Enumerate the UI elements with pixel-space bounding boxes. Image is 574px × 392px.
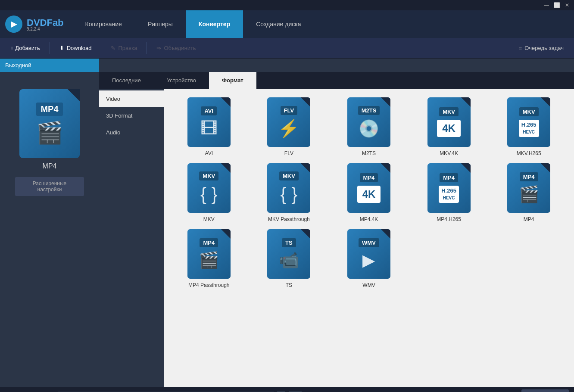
film-icon: 🎞: [200, 119, 218, 138]
output-label: Выходной: [0, 59, 99, 72]
toolbar: + Добавить ⬇ Download ✎ Правка ⇒ Объедин…: [0, 38, 574, 59]
format-card-mkv-passthrough: MKV { }: [267, 163, 310, 213]
svg-text:▶: ▶: [11, 20, 18, 28]
nav-tab-disc[interactable]: Создание диска: [243, 10, 314, 38]
format-panel: Последние Устройство Формат Video 3D For…: [99, 72, 574, 387]
format-label-mp44k: MP4.4K: [360, 216, 378, 222]
format-card-ts: TS 📹: [267, 229, 310, 279]
restore-icon[interactable]: ⬜: [553, 2, 560, 9]
format-card-mp4: MP4 🎬: [507, 163, 550, 213]
merge-button[interactable]: ⇒ Объединить: [148, 38, 204, 58]
format-card-flv: FLV ⚡: [267, 97, 310, 147]
separator-3: [147, 42, 147, 54]
bracket-icon: { }: [200, 184, 218, 205]
4k-badge-mp4: 4K: [357, 186, 381, 203]
format-label-flv: FLV: [284, 150, 293, 156]
download-button[interactable]: ⬇ Download: [51, 38, 100, 58]
tab-device[interactable]: Устройство: [154, 72, 209, 89]
format-card-mp4-passthrough: MP4 🎬: [187, 229, 231, 279]
format-label-mp4-passthrough: MP4 Passthrough: [188, 282, 229, 288]
left-panel: MP4 🎬 MP4 Расширенные настройки: [0, 72, 99, 387]
separator-1: [50, 42, 50, 54]
format-label-mkv4k: MKV.4K: [440, 150, 458, 156]
nav-tab-rippers[interactable]: Рипперы: [135, 10, 186, 38]
disc-icon: 💿: [358, 118, 380, 139]
current-format-name: MP4: [43, 162, 57, 170]
format-card-mp4h265: MP4 H.265HEVC: [427, 163, 471, 213]
minimize-icon[interactable]: —: [543, 2, 550, 9]
format-card-wmv: WMV ▶: [347, 229, 390, 279]
edit-icon: ✎: [111, 45, 115, 51]
logo-icon: ▶: [4, 15, 23, 34]
flash-icon: ⚡: [278, 118, 299, 139]
advanced-settings-button[interactable]: Расширенные настройки: [15, 177, 84, 196]
format-avi[interactable]: AVI 🎞 AVI: [172, 97, 246, 156]
format-label-mkvh265: MKV.H265: [517, 150, 541, 156]
format-mkv[interactable]: MKV { } MKV: [172, 163, 246, 222]
format-card-avi: AVI 🎞: [187, 97, 231, 147]
format-mkv-passthrough[interactable]: MKV { } MKV Passthrough: [253, 163, 326, 222]
start-button[interactable]: Пуск: [521, 389, 569, 392]
format-mp4-passthrough[interactable]: MP4 🎬 MP4 Passthrough: [172, 229, 246, 288]
format-content: Video 3D Format Audio AVI 🎞 AVI FLV: [99, 89, 574, 387]
format-card-mkv: MKV { }: [187, 163, 231, 213]
edit-button[interactable]: ✎ Правка: [102, 38, 146, 58]
play-icon: ▶: [362, 251, 375, 270]
clapperboard-icon-mp4: 🎬: [519, 185, 539, 204]
window-controls: — ⬜ ✕: [543, 2, 571, 9]
format-card-mkv4k: MKV 4K: [427, 97, 471, 147]
camera-icon: 📹: [279, 251, 299, 270]
add-button[interactable]: + Добавить: [2, 38, 49, 58]
category-audio[interactable]: Audio: [99, 124, 164, 141]
merge-icon: ⇒: [156, 45, 161, 51]
format-card-mkvh265: MKV H.265HEVC: [507, 97, 550, 147]
format-wmv[interactable]: WMV ▶ WMV: [332, 229, 406, 288]
format-label-ts: TS: [286, 282, 292, 288]
format-card-mp44k: MP4 4K: [347, 163, 390, 213]
separator-2: [101, 42, 101, 54]
current-format-tag: MP4: [36, 103, 62, 116]
format-label-m2ts: M2TS: [362, 150, 376, 156]
format-label-wmv: WMV: [362, 282, 375, 288]
format-mkvh265[interactable]: MKV H.265HEVC MKV.H265: [492, 97, 565, 156]
format-mkv4k[interactable]: MKV 4K MKV.4K: [412, 97, 486, 156]
category-list: Video 3D Format Audio: [99, 89, 164, 387]
queue-button[interactable]: ≡ Очередь задач: [510, 38, 572, 58]
tab-format[interactable]: Формат: [209, 72, 256, 89]
current-format-icon: MP4 🎬: [19, 89, 80, 158]
format-mp4[interactable]: MP4 🎬 MP4: [492, 163, 565, 222]
format-card-m2ts: M2TS 💿: [347, 97, 390, 147]
clapperboard-icon: 🎬: [36, 120, 63, 145]
download-icon: ⬇: [59, 45, 64, 51]
nav-tab-converter[interactable]: Конвертер: [186, 10, 243, 38]
format-label-mp4: MP4: [524, 216, 534, 222]
format-m2ts[interactable]: M2TS 💿 M2TS: [332, 97, 406, 156]
4k-badge: 4K: [437, 120, 461, 137]
format-mp4h265[interactable]: MP4 H.265HEVC MP4.H265: [412, 163, 486, 222]
header: ▶ DVDFab 9.2.2.4 Копирование Рипперы Кон…: [0, 10, 574, 38]
hevc-badge-mp4: H.265HEVC: [439, 186, 459, 202]
hevc-badge-mkv: H.265HEVC: [519, 120, 539, 137]
queue-icon: ≡: [519, 45, 522, 51]
format-label-mp4h265: MP4.H265: [437, 216, 461, 222]
category-3d[interactable]: 3D Format: [99, 107, 164, 124]
format-ts[interactable]: TS 📹 TS: [253, 229, 326, 288]
tab-recent[interactable]: Последние: [99, 72, 154, 89]
bracket-icon-2: { }: [281, 184, 298, 205]
nav-tabs: Копирование Рипперы Конвертер Создание д…: [72, 10, 314, 38]
titlebar: — ⬜ ✕: [0, 0, 574, 10]
format-flv[interactable]: FLV ⚡ FLV: [253, 97, 326, 156]
nav-tab-copy[interactable]: Копирование: [72, 10, 135, 38]
category-video[interactable]: Video: [99, 90, 164, 107]
format-mp44k[interactable]: MP4 4K MP4.4K: [332, 163, 406, 222]
format-label-avi: AVI: [205, 150, 213, 156]
clapperboard-icon-mp4p: 🎬: [199, 251, 219, 270]
format-grid: AVI 🎞 AVI FLV ⚡ FLV M2TS: [164, 89, 574, 387]
format-label-mkv-passthrough: MKV Passthrough: [268, 216, 310, 222]
main-content: MP4 🎬 MP4 Расширенные настройки Последни…: [0, 72, 574, 387]
format-label-mkv: MKV: [203, 216, 215, 222]
logo: ▶ DVDFab 9.2.2.4: [4, 15, 64, 34]
bottom-bar: Сохранить в: 📁 ▾ 🗑 Пуск: [0, 387, 574, 392]
format-tabs: Последние Устройство Формат: [99, 72, 574, 89]
close-icon[interactable]: ✕: [564, 2, 571, 9]
